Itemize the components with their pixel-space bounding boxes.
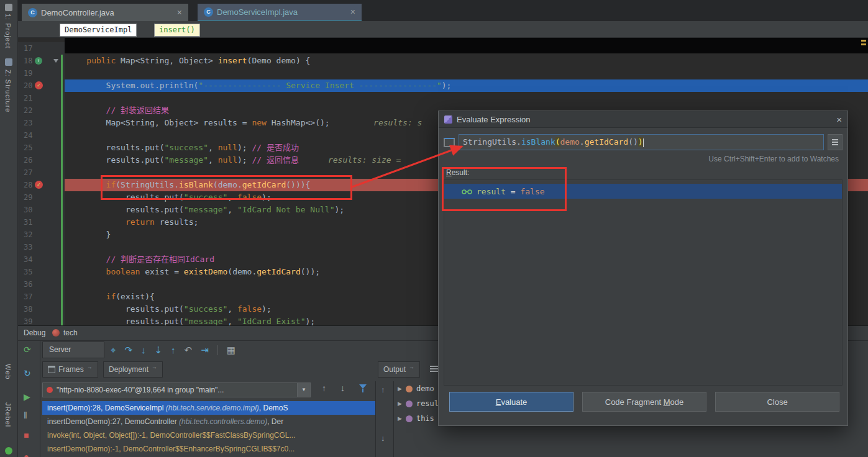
chevron-down-icon[interactable]: ▼ — [297, 383, 310, 397]
close-button[interactable]: Close — [715, 392, 839, 412]
run-to-cursor-icon[interactable]: ⇥ — [201, 345, 209, 356]
tab-frames[interactable]: Frames → — [42, 361, 98, 378]
close-icon[interactable]: × — [350, 7, 355, 16]
spring-leaf-icon[interactable] — [5, 447, 12, 455]
breadcrumb-method[interactable]: insert() — [154, 24, 200, 37]
code-line: 20✓ System.out.println("----------------… — [17, 79, 868, 92]
line-number[interactable]: 31 — [17, 216, 65, 228]
close-icon[interactable]: × — [177, 8, 182, 17]
tab-server[interactable]: Server — [42, 342, 104, 358]
editor-top-band — [65, 37, 868, 53]
code-fragment-mode-button[interactable]: Code Fragment Mode — [582, 392, 706, 412]
sidebar-item-structure[interactable]: Z: Structure — [4, 70, 12, 112]
stack-frame[interactable]: insert(Demo):28, DemoServiceImpl (hbi.te… — [42, 401, 375, 415]
sidebar-item-web[interactable]: Web — [4, 364, 12, 379]
expression-token: ( — [555, 137, 560, 147]
resume-icon[interactable]: ▶ — [24, 392, 30, 402]
code-line: 21 — [17, 92, 868, 104]
evaluate-expression-dialog: Evaluate Expression × StringUtils.isBlan… — [438, 111, 848, 426]
line-number[interactable]: 37 — [17, 291, 65, 303]
tab-output[interactable]: Output → — [378, 361, 420, 378]
code-text — [65, 92, 868, 104]
line-number[interactable]: 29 — [17, 191, 65, 204]
menu-icon[interactable] — [430, 366, 439, 367]
line-number[interactable]: 22 — [17, 104, 65, 117]
rerun-icon[interactable]: ⟳ — [24, 345, 31, 355]
breakpoint-icon[interactable]: ✓ — [35, 81, 43, 89]
pane-splitter[interactable]: ↑ ↓ — [375, 381, 394, 457]
implement-method-icon[interactable]: ↑ — [35, 57, 42, 65]
breakpoint-icon[interactable]: ✓ — [35, 181, 43, 189]
watches-hint: Use Ctrl+Shift+Enter to add to Watches — [708, 155, 839, 163]
sidebar-item-project[interactable]: 1: Project — [4, 14, 12, 48]
stack-frame[interactable]: insertDemo(Demo):27, DemoController (hbi… — [42, 415, 375, 428]
force-step-into-icon[interactable]: ⇣ — [155, 345, 163, 356]
stop-icon[interactable]: ■ — [24, 430, 29, 440]
expand-icon[interactable]: ▶ — [398, 415, 402, 422]
step-out-icon[interactable]: ↑ — [171, 345, 176, 355]
scroll-down-icon[interactable]: ↓ — [381, 433, 385, 443]
line-number[interactable]: 26 — [17, 154, 65, 166]
scroll-up-icon[interactable]: ↑ — [381, 385, 385, 394]
pane-arrow-icon: → — [152, 360, 157, 374]
expression-input[interactable]: StringUtils.isBlank(demo.getIdCard()) — [459, 134, 824, 150]
class-file-icon: C — [204, 7, 213, 17]
sidebar-item-jrebel[interactable]: JRebel — [4, 402, 12, 427]
expand-editor-button[interactable] — [828, 134, 843, 150]
tab-label: Deployment — [109, 362, 148, 377]
update-application-icon[interactable]: ↻ — [24, 368, 31, 378]
line-number[interactable]: 23 — [17, 117, 65, 129]
view-breakpoints-icon[interactable]: ● — [24, 451, 29, 457]
scrollbar-mark — [861, 43, 866, 45]
debugger-control-toolbar: ⟳↻▶‖■● — [17, 341, 40, 457]
line-number[interactable]: 27 — [17, 166, 65, 179]
tab-democontroller[interactable]: C DemoController.java × — [22, 4, 188, 21]
pause-icon[interactable]: ‖ — [24, 410, 27, 420]
navigate-down-icon[interactable]: ↓ — [340, 383, 345, 393]
line-number[interactable]: 39 — [17, 315, 65, 325]
stepping-toolbar: ⌖↷↓⇣↑↶⇥▦ — [111, 342, 235, 358]
line-number[interactable]: 33 — [17, 241, 65, 253]
tab-label: DemoServiceImpl.java — [217, 7, 298, 17]
stack-frame[interactable]: invoke(int, Object, Object[]):-1, DemoCo… — [42, 428, 375, 442]
drop-frame-icon[interactable]: ↶ — [185, 345, 193, 356]
line-number[interactable]: 30 — [17, 204, 65, 216]
expression-token: ) — [638, 137, 643, 147]
tab-debug[interactable]: Debug — [24, 328, 45, 337]
stack-frame[interactable]: insertDemo(Demo):-1, DemoController$$Enh… — [42, 442, 375, 456]
expression-token: () — [628, 137, 638, 147]
tab-deployment[interactable]: Deployment → — [103, 361, 163, 378]
pane-arrow-icon: → — [87, 360, 93, 374]
line-number[interactable]: 18↑ — [17, 55, 65, 67]
line-number[interactable]: 24 — [17, 129, 65, 142]
line-number[interactable]: 36 — [17, 278, 65, 291]
expand-icon[interactable]: ▶ — [398, 386, 402, 392]
line-number[interactable]: 32 — [17, 228, 65, 241]
show-execution-point-icon[interactable]: ⌖ — [111, 345, 116, 356]
line-number[interactable]: 25 — [17, 142, 65, 154]
line-number[interactable]: 28✓ — [17, 179, 65, 191]
evaluate-expression-icon[interactable]: ▦ — [227, 345, 235, 356]
thread-name: "http-nio-8080-exec-40"@19,664 in group … — [57, 386, 224, 394]
evaluate-button[interactable]: Evaluate — [449, 392, 573, 412]
line-number[interactable]: 38 — [17, 303, 65, 315]
gutter-caret-icon — [53, 59, 58, 63]
line-number[interactable]: 20✓ — [17, 79, 65, 92]
expand-icon[interactable]: ▶ — [398, 400, 402, 407]
code-text — [65, 67, 868, 79]
line-number[interactable]: 21 — [17, 92, 65, 104]
close-icon[interactable]: × — [836, 114, 842, 125]
thread-selector[interactable]: "http-nio-8080-exec-40"@19,664 in group … — [42, 382, 311, 397]
navigate-up-icon[interactable]: ↑ — [322, 383, 326, 393]
line-number[interactable]: 19 — [17, 67, 65, 79]
dialog-titlebar[interactable]: Evaluate Expression × — [439, 111, 847, 128]
breadcrumb-class[interactable]: DemoServiceImpl — [60, 24, 137, 37]
line-number[interactable]: 17 — [17, 42, 65, 55]
step-over-icon[interactable]: ↷ — [124, 345, 132, 356]
dialog-title: Evaluate Expression — [457, 115, 531, 124]
tab-demoserviceimpl[interactable]: C DemoServiceImpl.java × — [198, 4, 362, 21]
line-number[interactable]: 34 — [17, 253, 65, 266]
step-into-icon[interactable]: ↓ — [141, 345, 146, 355]
line-number[interactable]: 35 — [17, 266, 65, 278]
editor-tab-bar: C DemoController.java × C DemoServiceImp… — [17, 0, 868, 21]
